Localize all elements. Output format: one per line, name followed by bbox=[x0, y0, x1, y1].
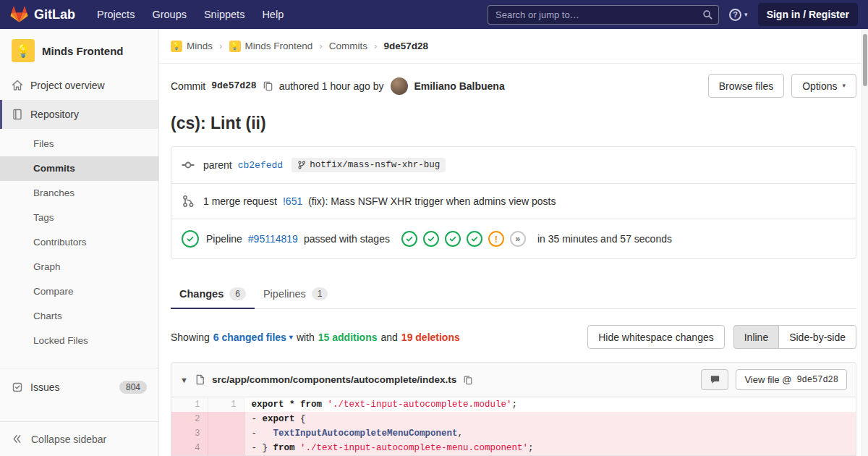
browse-files-button[interactable]: Browse files bbox=[708, 74, 784, 98]
pipeline-stage-warning-icon[interactable]: ! bbox=[488, 231, 504, 247]
check-icon bbox=[470, 235, 479, 243]
brand-name: GitLab bbox=[34, 7, 75, 22]
side-by-side-view-button[interactable]: Side-by-side bbox=[778, 325, 856, 349]
breadcrumb-separator-icon: › bbox=[219, 41, 223, 51]
sidebar-item-graph[interactable]: Graph bbox=[0, 255, 158, 279]
branch-badge[interactable]: hotfix/mass-nsfw-xhr-bug bbox=[292, 158, 446, 172]
sidebar-item-label: Repository bbox=[30, 109, 79, 120]
diff-old-line-number[interactable]: 1 bbox=[171, 397, 208, 412]
gitlab-tanuki-icon bbox=[10, 6, 28, 23]
sidebar-item-repository[interactable]: Repository bbox=[0, 100, 158, 129]
breadcrumb-item-minds[interactable]: 💡Minds bbox=[171, 41, 213, 52]
search-box[interactable] bbox=[488, 5, 719, 25]
pipeline-label: Pipeline bbox=[206, 233, 242, 245]
file-icon bbox=[195, 374, 205, 385]
diff-line: 11export * from './text-input-autocomple… bbox=[171, 397, 856, 412]
merge-request-link[interactable]: !651 bbox=[283, 195, 302, 207]
author-name[interactable]: Emiliano Balbuena bbox=[414, 80, 504, 92]
breadcrumb-item-9de57d28[interactable]: 9de57d28 bbox=[384, 41, 429, 51]
diff-new-line-number[interactable] bbox=[208, 412, 244, 426]
inline-view-button[interactable]: Inline bbox=[733, 325, 779, 349]
sidebar-item-locked-files[interactable]: Locked Files bbox=[0, 329, 158, 353]
commit-title: (cs): Lint (ii) bbox=[171, 114, 856, 133]
pipeline-stage-passed-icon[interactable] bbox=[445, 231, 461, 247]
and-label: and bbox=[380, 332, 397, 343]
sidebar-item-branches[interactable]: Branches bbox=[0, 181, 158, 206]
comment-icon bbox=[710, 374, 720, 385]
diff-old-line-number[interactable]: 2 bbox=[171, 412, 208, 426]
diff-old-line-number[interactable]: 3 bbox=[171, 426, 208, 441]
tab-changes[interactable]: Changes6 bbox=[171, 279, 255, 308]
tab-pipelines[interactable]: Pipelines1 bbox=[255, 279, 337, 308]
sidebar-item-issues[interactable]: Issues 804 bbox=[0, 373, 158, 402]
sidebar-item-project-overview[interactable]: Project overview bbox=[0, 71, 158, 100]
search-input[interactable] bbox=[488, 5, 719, 25]
copy-path-button[interactable] bbox=[463, 375, 473, 385]
collapse-sidebar-label: Collapse sidebar bbox=[31, 434, 106, 445]
parent-sha-link[interactable]: cb2efedd bbox=[238, 160, 283, 171]
diff-file: ▼ src/app/common/components/autocomplete… bbox=[171, 362, 856, 456]
pipeline-stage-passed-icon[interactable] bbox=[467, 231, 482, 247]
main-content: 💡Minds›💡Minds Frontend›Commits›9de57d28 … bbox=[159, 29, 868, 456]
diff-old-line-number[interactable]: 4 bbox=[171, 441, 208, 455]
diff-table-body: 11export * from './text-input-autocomple… bbox=[171, 397, 856, 455]
sidebar-item-label: Project overview bbox=[30, 80, 105, 91]
sidebar-item-commits[interactable]: Commits bbox=[0, 156, 158, 181]
sidebar-item-files[interactable]: Files bbox=[0, 132, 158, 156]
diff-new-line-number[interactable]: 1 bbox=[208, 397, 244, 412]
deletions-count: 19 deletions bbox=[401, 332, 460, 343]
authored-text: authored 1 hour ago by bbox=[279, 80, 384, 92]
diff-view-toggle: Inline Side-by-side bbox=[733, 325, 856, 349]
scrollbar-thumb[interactable] bbox=[863, 34, 867, 86]
view-file-button[interactable]: View file @ 9de57d28 bbox=[736, 369, 847, 390]
diff-table: 11export * from './text-input-autocomple… bbox=[171, 397, 856, 455]
diff-file-path[interactable]: src/app/common/components/autocomplete/i… bbox=[212, 374, 456, 385]
nav-menu: ProjectsGroupsSnippetsHelp bbox=[88, 0, 292, 29]
sidebar-item-charts[interactable]: Charts bbox=[0, 304, 158, 329]
options-label: Options bbox=[802, 80, 837, 92]
view-file-sha: 9de57d28 bbox=[796, 375, 838, 385]
project-context[interactable]: 💡 Minds Frontend bbox=[0, 29, 158, 71]
issues-section: Issues 804 bbox=[0, 368, 158, 402]
diff-new-line-number[interactable] bbox=[208, 441, 244, 455]
tab-count-badge: 6 bbox=[229, 287, 246, 300]
tab-label: Pipelines bbox=[263, 288, 306, 300]
collapse-diff-icon[interactable]: ▼ bbox=[180, 376, 188, 384]
pipeline-stage-passed-icon[interactable] bbox=[423, 231, 439, 247]
commit-sha: 9de57d28 bbox=[211, 80, 256, 91]
breadcrumb-item-commits[interactable]: Commits bbox=[329, 41, 367, 51]
collapse-sidebar-button[interactable]: Collapse sidebar bbox=[0, 421, 158, 456]
sidebar: 💡 Minds Frontend Project overview Reposi… bbox=[0, 29, 159, 456]
pipeline-row: Pipeline #95114819 passed with stages !»… bbox=[171, 219, 856, 258]
branch-icon bbox=[297, 161, 306, 169]
diff-code: - } from './text-input-autocomplete-menu… bbox=[244, 441, 856, 455]
breadcrumb-item-minds-frontend[interactable]: 💡Minds Frontend bbox=[229, 41, 313, 52]
pipeline-link[interactable]: #95114819 bbox=[248, 233, 298, 245]
sidebar-item-compare[interactable]: Compare bbox=[0, 279, 158, 304]
branch-name: hotfix/mass-nsfw-xhr-bug bbox=[310, 160, 440, 170]
window-scrollbar[interactable] bbox=[861, 29, 868, 456]
with-label: with bbox=[297, 332, 315, 343]
changed-files-dropdown[interactable]: 6 changed files ▾ bbox=[213, 332, 293, 343]
author-avatar[interactable] bbox=[391, 77, 408, 95]
diff-new-line-number[interactable] bbox=[208, 426, 244, 441]
copy-sha-button[interactable] bbox=[263, 80, 273, 91]
diff-file-header: ▼ src/app/common/components/autocomplete… bbox=[171, 363, 856, 397]
options-dropdown[interactable]: Options ▾ bbox=[791, 74, 856, 98]
sidebar-item-contributors[interactable]: Contributors bbox=[0, 230, 158, 255]
sign-in-button[interactable]: Sign in / Register bbox=[758, 3, 858, 26]
sidebar-nav: Project overview Repository FilesCommits… bbox=[0, 71, 158, 402]
hide-whitespace-button[interactable]: Hide whitespace changes bbox=[587, 325, 725, 349]
nav-link-projects[interactable]: Projects bbox=[88, 0, 143, 29]
nav-link-snippets[interactable]: Snippets bbox=[195, 0, 253, 29]
toggle-comments-button[interactable] bbox=[701, 369, 728, 390]
search-icon[interactable] bbox=[702, 9, 713, 20]
sidebar-item-tags[interactable]: Tags bbox=[0, 206, 158, 230]
nav-link-help[interactable]: Help bbox=[253, 0, 292, 29]
gitlab-logo[interactable]: GitLab bbox=[10, 6, 75, 23]
pipeline-stage-passed-icon[interactable] bbox=[401, 231, 417, 247]
repository-icon bbox=[12, 109, 23, 120]
nav-link-groups[interactable]: Groups bbox=[143, 0, 195, 29]
pipeline-stages-expand-icon[interactable]: » bbox=[510, 231, 526, 247]
help-menu[interactable]: ? ▾ bbox=[729, 9, 748, 21]
